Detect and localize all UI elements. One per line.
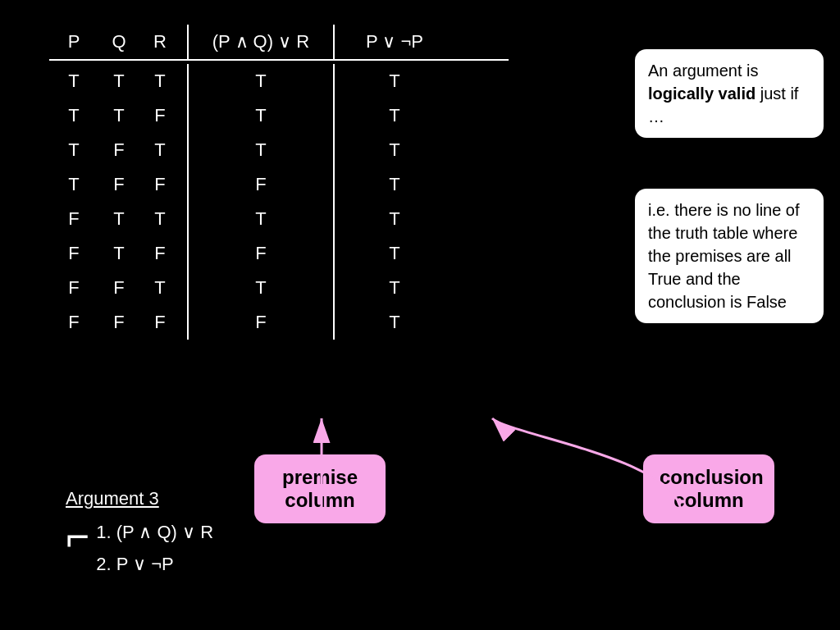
cell-pvnp-4: T [341, 208, 448, 230]
cell-q-7: F [98, 312, 139, 333]
cell-pvnp-6: T [341, 277, 448, 299]
cell-r-0: T [139, 71, 180, 92]
table-row: F T F F T [49, 236, 509, 271]
cell-q-0: T [98, 71, 139, 92]
header-p: P [49, 31, 98, 52]
header-pvnp: P ∨ ¬P [341, 31, 448, 52]
cell-pvnp-1: T [341, 105, 448, 126]
table-row: T T F T T [49, 98, 509, 133]
cell-pq-4: T [195, 208, 326, 230]
table-row: T F F F T [49, 167, 509, 202]
argument-premises: 1. (P ∧ Q) ∨ R 2. P ∨ ¬P [96, 516, 213, 581]
argument-title: Argument 3 [66, 488, 213, 509]
explanation-text: i.e. there is no line of the truth table… [648, 201, 800, 311]
cell-q-1: T [98, 105, 139, 126]
cell-pq-0: T [195, 71, 326, 92]
cell-pq-5: F [195, 243, 326, 264]
cell-pvnp-7: T [341, 312, 448, 333]
vdivider-left-7 [187, 305, 189, 340]
table-row: F F F F T [49, 305, 509, 340]
cell-r-1: F [139, 105, 180, 126]
cell-q-6: F [98, 277, 139, 299]
cell-q-2: F [98, 139, 139, 161]
cell-pq-6: T [195, 277, 326, 299]
cell-r-5: F [139, 243, 180, 264]
cell-r-2: T [139, 139, 180, 161]
conclusion-column-label: conclusioncolumn [660, 466, 764, 511]
table-row: F T T T T [49, 202, 509, 236]
table-row: T F T T T [49, 133, 509, 167]
cell-r-3: F [139, 174, 180, 195]
vdivider-left-6 [187, 271, 189, 305]
cell-pq-1: T [195, 105, 326, 126]
header-q: Q [98, 31, 139, 52]
vdivider-right-5 [333, 236, 335, 271]
vdivider-left-0 [187, 64, 189, 98]
cell-pq-3: F [195, 174, 326, 195]
cell-r-7: F [139, 312, 180, 333]
premise-column-label: premisecolumn [282, 466, 358, 511]
vdivider-right-3 [333, 167, 335, 202]
valid-text-pre: An argument is [648, 62, 759, 80]
vdivider-left-4 [187, 202, 189, 236]
cell-q-5: T [98, 243, 139, 264]
vdivider-right-4 [333, 202, 335, 236]
cell-pvnp-0: T [341, 71, 448, 92]
cell-q-4: T [98, 208, 139, 230]
box-logically-valid: An argument is logically valid just if … [635, 49, 824, 138]
cell-r-4: T [139, 208, 180, 230]
cell-pq-7: F [195, 312, 326, 333]
cell-p-4: F [49, 208, 98, 230]
header-underline [49, 59, 509, 61]
cell-q-3: F [98, 174, 139, 195]
cell-p-6: F [49, 277, 98, 299]
cell-p-1: T [49, 105, 98, 126]
cell-pvnp-2: T [341, 139, 448, 161]
truth-table-area: P Q R (P ∧ Q) ∨ R P ∨ ¬P T T T T T T T F… [49, 25, 509, 340]
vdivider-right-2 [333, 133, 335, 167]
table-row: F F T T T [49, 271, 509, 305]
argument-box: Argument 3 ⌐ 1. (P ∧ Q) ∨ R 2. P ∨ ¬P [66, 488, 213, 581]
table-rows: T T T T T T T F T T T F T T T T F F [49, 64, 509, 340]
cell-r-6: T [139, 277, 180, 299]
argument-bracket: ⌐ [66, 516, 89, 557]
cell-pvnp-5: T [341, 243, 448, 264]
box-explanation: i.e. there is no line of the truth table… [635, 189, 824, 323]
cell-p-7: F [49, 312, 98, 333]
table-row: T T T T T [49, 64, 509, 98]
premise-1: 1. (P ∧ Q) ∨ R [96, 516, 213, 549]
main-container: P Q R (P ∧ Q) ∨ R P ∨ ¬P T T T T T T T F… [0, 0, 840, 630]
divider-2 [333, 25, 335, 59]
vdivider-right-7 [333, 305, 335, 340]
valid-text-bold: logically valid [648, 84, 756, 103]
vdivider-left-1 [187, 98, 189, 133]
cell-p-2: T [49, 139, 98, 161]
vdivider-left-5 [187, 236, 189, 271]
premise-2: 2. P ∨ ¬P [96, 548, 213, 581]
cell-pq-2: T [195, 139, 326, 161]
cell-p-3: T [49, 174, 98, 195]
vdivider-left-3 [187, 167, 189, 202]
cell-p-5: F [49, 243, 98, 264]
divider-1 [187, 25, 189, 59]
header-pq-r: (P ∧ Q) ∨ R [195, 31, 326, 52]
vdivider-right-1 [333, 98, 335, 133]
box-conclusion-column: conclusioncolumn [643, 454, 774, 523]
cell-pvnp-3: T [341, 174, 448, 195]
vdivider-right-6 [333, 271, 335, 305]
vdivider-left-2 [187, 133, 189, 167]
argument-lines: ⌐ 1. (P ∧ Q) ∨ R 2. P ∨ ¬P [66, 516, 213, 581]
cell-p-0: T [49, 71, 98, 92]
vdivider-right-0 [333, 64, 335, 98]
box-premise-column: premisecolumn [254, 454, 386, 523]
table-header-row: P Q R (P ∧ Q) ∨ R P ∨ ¬P [49, 25, 509, 59]
header-r: R [139, 31, 180, 52]
